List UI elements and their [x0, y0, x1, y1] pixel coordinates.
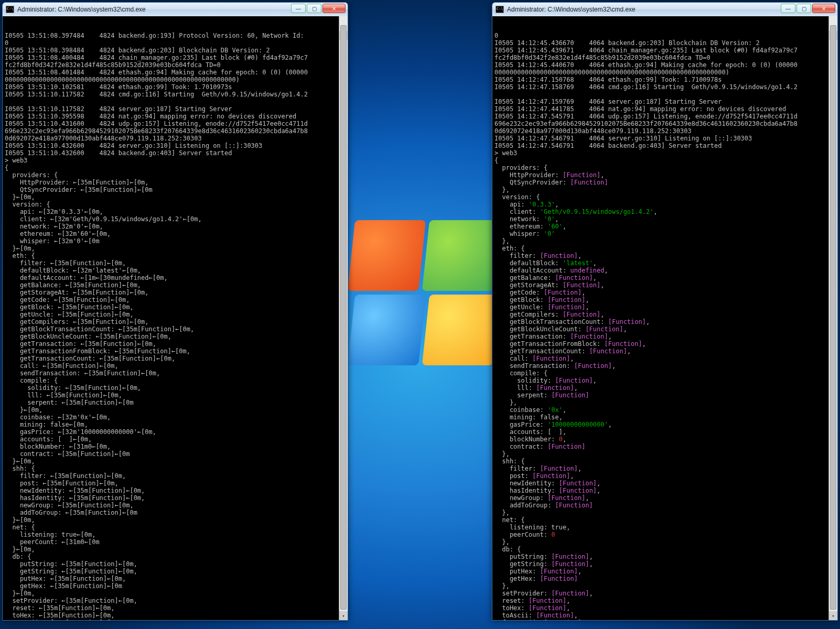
scroll-thumb[interactable]	[340, 25, 347, 610]
scrollbar[interactable]: ▴ ▾	[339, 16, 348, 620]
scroll-down-icon[interactable]: ▾	[339, 611, 348, 620]
terminal-content: I0505 13:51:08.397484 4824 backend.go:19…	[5, 32, 346, 620]
cmd-icon	[6, 6, 14, 13]
maximize-button[interactable]: ▢	[796, 4, 811, 13]
minimize-button[interactable]: —	[781, 4, 795, 13]
scrollbar[interactable]: ▴ ▾	[828, 16, 837, 620]
titlebar-right[interactable]: Administrator: C:\Windows\system32\cmd.e…	[492, 3, 837, 16]
title-text: Administrator: C:\Windows\system32\cmd.e…	[17, 6, 146, 13]
close-button[interactable]: ✕	[812, 4, 835, 13]
cmd-window-right: Administrator: C:\Windows\system32\cmd.e…	[492, 2, 838, 621]
close-button[interactable]: ✕	[322, 4, 346, 13]
cmd-window-left: Administrator: C:\Windows\system32\cmd.e…	[2, 2, 348, 621]
terminal-content: 0 I0505 14:12:45.436670 4064 backend.go:…	[494, 32, 835, 620]
scroll-down-icon[interactable]: ▾	[829, 611, 837, 620]
cmd-icon	[496, 6, 504, 13]
maximize-button[interactable]: ▢	[307, 4, 321, 13]
terminal-left[interactable]: I0505 13:51:08.397484 4824 backend.go:19…	[3, 16, 348, 620]
titlebar-left[interactable]: Administrator: C:\Windows\system32\cmd.e…	[3, 3, 348, 16]
terminal-right[interactable]: 0 I0505 14:12:45.436670 4064 backend.go:…	[492, 16, 837, 620]
title-text: Administrator: C:\Windows\system32\cmd.e…	[507, 6, 636, 13]
windows-logo	[351, 220, 498, 367]
minimize-button[interactable]: —	[291, 4, 306, 13]
scroll-thumb[interactable]	[830, 25, 836, 610]
